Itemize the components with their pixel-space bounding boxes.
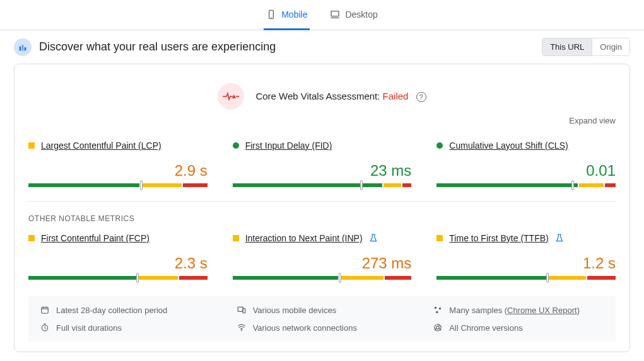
metric-card: First Input Delay (FID) 23 ms (233, 134, 412, 197)
tab-mobile[interactable]: Mobile (264, 1, 310, 30)
svg-point-17 (435, 307, 437, 309)
metric-distribution-bar (436, 183, 616, 187)
bar-seg-poor (183, 183, 208, 187)
footer-devices: Various mobile devices (237, 305, 408, 315)
wifi-icon (237, 323, 247, 333)
metric-name-link[interactable]: Interaction to Next Paint (INP) (245, 233, 363, 243)
metric-distribution-bar (436, 276, 616, 280)
timer-icon (40, 323, 50, 333)
bar-seg-poor (385, 276, 411, 280)
svg-rect-11 (42, 307, 49, 313)
metric-distribution-bar (233, 183, 412, 187)
metric-card: First Contentful Paint (FCP) 2.3 s (28, 227, 208, 290)
svg-line-22 (45, 328, 46, 329)
scope-toggle: This URL Origin (542, 38, 630, 56)
page-title: Discover what your real users are experi… (39, 40, 276, 54)
scatter-icon (433, 305, 443, 315)
svg-point-19 (436, 311, 438, 314)
svg-rect-2 (331, 11, 339, 16)
devices-icon (237, 305, 247, 315)
metric-value: 1.2 s (436, 255, 616, 272)
bar-seg-poor (605, 183, 616, 187)
smartphone-icon (266, 9, 276, 20)
bar-marker (571, 180, 574, 190)
bar-seg-ni (339, 276, 383, 280)
bar-marker (339, 273, 341, 283)
footer-period: Latest 28-day collection period (40, 305, 211, 315)
flask-icon (369, 234, 378, 243)
metric-value: 273 ms (233, 255, 412, 272)
footer-box: Latest 28-day collection period Various … (28, 296, 616, 341)
bar-seg-good (436, 183, 578, 187)
metric-distribution-bar (28, 183, 208, 187)
flask-icon (555, 234, 564, 243)
metric-head: Time to First Byte (TTFB) (436, 233, 616, 243)
metric-head: Cumulative Layout Shift (CLS) (436, 140, 616, 151)
bar-seg-poor (402, 183, 411, 187)
footer-samples-text: Many samples (Chrome UX Report) (449, 306, 580, 315)
metric-distribution-bar (28, 276, 208, 280)
tab-desktop-label: Desktop (345, 9, 377, 20)
bar-seg-poor (587, 276, 616, 280)
footer-networks-text: Various network connections (253, 323, 357, 333)
calendar-icon (40, 305, 50, 315)
metric-name-link[interactable]: Time to First Byte (TTFB) (449, 233, 548, 243)
assessment-text: Core Web Vitals Assessment: Failed ? (255, 91, 426, 102)
status-square-icon (233, 235, 239, 241)
svg-rect-6 (25, 47, 26, 50)
metric-card: Largest Contentful Paint (LCP) 2.9 s (28, 134, 208, 197)
footer-durations-text: Full visit durations (56, 323, 122, 333)
status-square-icon (436, 235, 443, 241)
other-metrics-label: OTHER NOTABLE METRICS (15, 202, 629, 227)
metric-value: 2.3 s (28, 255, 208, 272)
footer-samples: Many samples (Chrome UX Report) (433, 305, 604, 315)
expand-view-link[interactable]: Expand view (15, 116, 629, 134)
discover-icon (14, 38, 32, 56)
header-left: Discover what your real users are experi… (14, 38, 276, 56)
footer-durations: Full visit durations (40, 323, 211, 333)
device-tabs: Mobile Desktop (0, 0, 644, 30)
metric-card: Interaction to Next Paint (INP) 273 ms (233, 227, 412, 290)
tab-mobile-label: Mobile (281, 9, 307, 20)
status-square-icon (28, 235, 35, 241)
metric-head: Interaction to Next Paint (INP) (233, 233, 412, 243)
metric-head: Largest Contentful Paint (LCP) (28, 140, 208, 151)
metric-name-link[interactable]: Largest Contentful Paint (LCP) (41, 140, 161, 151)
bar-seg-ni (141, 183, 181, 187)
bar-seg-good (436, 276, 546, 280)
metric-head: First Input Delay (FID) (233, 140, 412, 151)
metric-distribution-bar (233, 276, 412, 280)
metric-name-link[interactable]: Cumulative Layout Shift (CLS) (449, 140, 568, 151)
bar-seg-ni (547, 276, 587, 280)
bar-marker (136, 273, 139, 283)
metric-name-link[interactable]: First Contentful Paint (FCP) (41, 233, 149, 243)
core-metrics-grid: Largest Contentful Paint (LCP) 2.9 s Fir… (15, 134, 629, 197)
scope-this-url-button[interactable]: This URL (542, 38, 592, 55)
svg-rect-15 (238, 307, 243, 311)
metric-card: Time to First Byte (TTFB) 1.2 s (436, 227, 616, 290)
desktop-icon (330, 9, 340, 20)
crux-report-link[interactable]: Chrome UX Report (507, 306, 577, 315)
metric-name-link[interactable]: First Input Delay (FID) (245, 140, 332, 151)
svg-point-18 (439, 307, 442, 310)
metric-value: 0.01 (436, 162, 616, 180)
bar-seg-ni (138, 276, 178, 280)
field-data-card: Core Web Vitals Assessment: Failed ? Exp… (14, 64, 630, 352)
svg-point-24 (241, 330, 242, 331)
scope-origin-button[interactable]: Origin (592, 38, 629, 55)
status-square-icon (28, 142, 35, 149)
bar-seg-good (233, 276, 339, 280)
status-dot-icon (436, 142, 443, 149)
bar-seg-ni (579, 183, 604, 187)
metric-value: 23 ms (233, 162, 412, 180)
footer-period-text: Latest 28-day collection period (56, 306, 167, 315)
assessment-label: Core Web Vitals Assessment: (255, 91, 382, 101)
tab-desktop[interactable]: Desktop (327, 1, 380, 30)
help-icon[interactable]: ? (416, 92, 426, 102)
assessment-status: Failed (383, 91, 409, 101)
bar-seg-poor (179, 276, 208, 280)
svg-rect-5 (22, 45, 24, 50)
metric-head: First Contentful Paint (FCP) (28, 233, 208, 243)
bar-marker (360, 180, 363, 190)
status-dot-icon (233, 142, 239, 149)
